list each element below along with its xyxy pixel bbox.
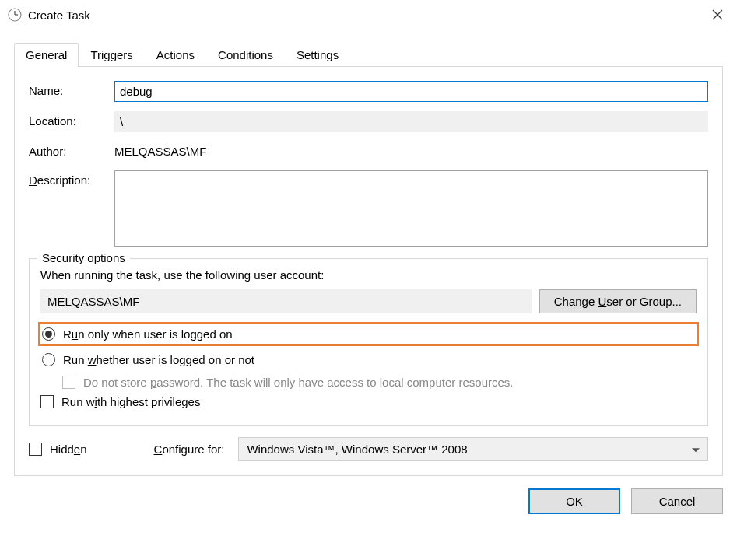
ok-button[interactable]: OK xyxy=(528,488,620,514)
location-label: Location: xyxy=(29,111,114,128)
radio-icon xyxy=(42,353,55,366)
author-label: Author: xyxy=(29,142,114,158)
description-label: Description: xyxy=(29,170,114,187)
window-title: Create Task xyxy=(28,9,698,22)
checkbox-icon xyxy=(40,395,54,408)
tab-conditions[interactable]: Conditions xyxy=(206,43,285,67)
radio-label: Run whether user is logged on or not xyxy=(63,353,254,366)
radio-run-whether-logged-on[interactable]: Run whether user is logged on or not xyxy=(40,350,697,369)
close-button[interactable] xyxy=(698,0,737,30)
checkbox-icon xyxy=(62,376,75,389)
location-value: \ xyxy=(114,111,708,132)
general-panel: Name: Location: \ Author: MELQASSAS\MF D… xyxy=(14,67,723,476)
cancel-button[interactable]: Cancel xyxy=(631,488,723,514)
security-legend: Security options xyxy=(37,251,130,264)
radio-run-only-logged-on[interactable]: Run only when user is logged on xyxy=(40,324,697,344)
checkbox-label: Do not store password. The task will onl… xyxy=(83,376,514,389)
dialog-content: General Triggers Actions Conditions Sett… xyxy=(0,30,737,528)
tab-general[interactable]: General xyxy=(14,43,79,67)
close-icon xyxy=(712,9,723,20)
configure-for-dropdown[interactable]: Windows Vista™, Windows Server™ 2008 xyxy=(238,437,708,461)
author-value: MELQASSAS\MF xyxy=(114,142,708,161)
description-input[interactable] xyxy=(114,170,708,247)
radio-icon xyxy=(42,327,55,341)
checkbox-icon xyxy=(29,443,42,456)
tab-settings[interactable]: Settings xyxy=(285,43,350,67)
checkbox-label: Run with highest privileges xyxy=(61,395,200,408)
dialog-button-row: OK Cancel xyxy=(14,488,723,514)
security-account-field: MELQASSAS\MF xyxy=(40,289,532,313)
checkbox-hidden[interactable]: Hidden xyxy=(29,443,87,456)
security-options-group: Security options When running the task, … xyxy=(29,258,708,426)
checkbox-label: Hidden xyxy=(50,443,87,456)
change-user-button[interactable]: Change User or Group... xyxy=(539,289,697,313)
titlebar: Create Task xyxy=(0,0,737,30)
checkbox-do-not-store-password: Do not store password. The task will onl… xyxy=(62,376,697,389)
configure-for-label: Configure for: xyxy=(154,443,225,456)
name-input[interactable] xyxy=(114,81,708,102)
checkbox-run-highest-privileges[interactable]: Run with highest privileges xyxy=(40,395,697,408)
dropdown-value: Windows Vista™, Windows Server™ 2008 xyxy=(247,443,467,456)
tab-triggers[interactable]: Triggers xyxy=(79,43,144,67)
tab-strip: General Triggers Actions Conditions Sett… xyxy=(14,42,723,67)
radio-label: Run only when user is logged on xyxy=(63,327,233,341)
security-instruction: When running the task, use the following… xyxy=(40,268,697,282)
task-scheduler-icon xyxy=(8,8,22,22)
name-label: Name: xyxy=(29,81,114,97)
tab-actions[interactable]: Actions xyxy=(145,43,206,67)
